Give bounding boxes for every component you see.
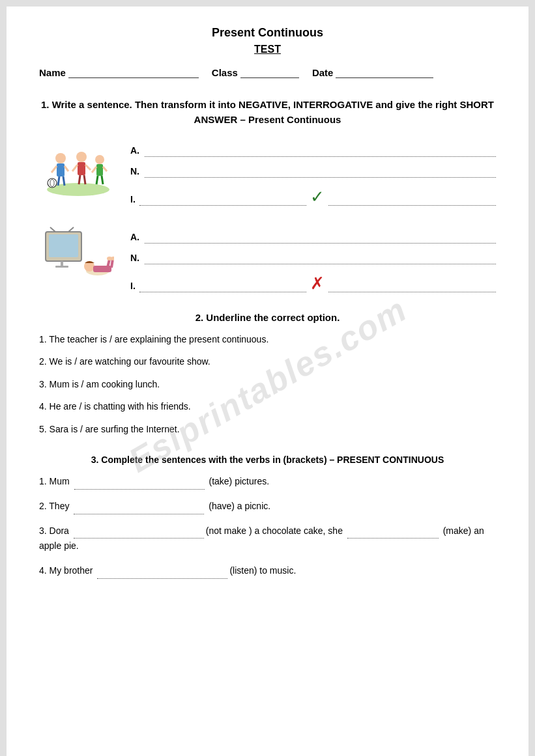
fill-item-1: 1. Mum (take) pictures.: [39, 474, 496, 490]
svg-rect-26: [55, 266, 68, 268]
svg-line-9: [72, 165, 78, 171]
underline-word: Underline: [206, 312, 251, 323]
ex2-line-i: I. ✗: [130, 273, 496, 292]
svg-line-30: [111, 259, 113, 268]
underline-item-4: 4. He are / is chatting with his friends…: [39, 399, 496, 413]
svg-point-33: [107, 257, 112, 260]
ex2-line-a: A.: [130, 232, 496, 244]
ex1-line-a: A.: [130, 145, 496, 157]
name-line: [68, 77, 199, 78]
svg-point-7: [76, 152, 87, 162]
ex1-line-n: N.: [130, 166, 496, 178]
ex2-line-n: N.: [130, 253, 496, 264]
header-row: Name Class Date: [39, 67, 496, 78]
svg-line-16: [103, 167, 107, 171]
ex1-line-i: I. ✓: [130, 187, 496, 206]
svg-line-24: [68, 227, 74, 232]
page-title: Present Continuous: [39, 26, 496, 40]
svg-line-3: [51, 166, 57, 173]
class-label: Class: [212, 67, 238, 78]
svg-line-23: [50, 227, 55, 232]
svg-rect-14: [96, 164, 103, 176]
crossmark-icon: ✗: [310, 273, 325, 294]
soccer-illustration: [39, 139, 117, 197]
section-3-title: 3. Complete the sentences with the verbs…: [39, 455, 496, 465]
svg-line-12: [84, 175, 85, 184]
tv-illustration: [39, 225, 117, 284]
underline-item-5: 5. Sara is / are surfing the Internet.: [39, 422, 496, 436]
svg-line-4: [65, 166, 68, 171]
page-subtitle: TEST: [39, 44, 496, 55]
class-line: [240, 77, 299, 78]
svg-point-13: [95, 155, 104, 164]
svg-rect-2: [57, 163, 65, 176]
svg-line-11: [79, 175, 80, 184]
section-2: 2. Underline the correct option. 1. The …: [39, 312, 496, 436]
underline-item-1: 1. The teacher is / are explaining the p…: [39, 332, 496, 346]
section-3: 3. Complete the sentences with the verbs…: [39, 455, 496, 579]
name-label: Name: [39, 67, 66, 78]
fill-item-4: 4. My brother (listen) to music.: [39, 563, 496, 579]
date-label: Date: [312, 67, 334, 78]
svg-line-18: [102, 176, 103, 184]
underline-item-2: 2. We is / are watching our favourite sh…: [39, 354, 496, 369]
section-1: 1. Write a sentence. Then transform it i…: [39, 98, 496, 292]
section-1-title: 1. Write a sentence. Then transform it i…: [39, 98, 496, 127]
section-2-title: 2. Underline the correct option.: [39, 312, 496, 323]
svg-point-1: [55, 153, 66, 163]
svg-line-17: [96, 176, 98, 184]
page: Eslprintables.com Present Continuous TES…: [7, 7, 528, 756]
exercise-2: A. N. I. ✗: [39, 225, 496, 292]
date-line: [336, 77, 433, 78]
fill-item-3: 3. Dora (not make ) a chocolate cake, sh…: [39, 524, 496, 555]
underline-item-3: 3. Mum is / am cooking lunch.: [39, 377, 496, 391]
checkmark-icon: ✓: [310, 187, 325, 207]
svg-rect-8: [78, 162, 85, 175]
ex1-lines: A. N. I. ✓: [130, 139, 496, 206]
svg-line-5: [58, 176, 59, 186]
ex2-lines: A. N. I. ✗: [130, 225, 496, 292]
svg-line-10: [85, 165, 91, 170]
svg-rect-22: [49, 234, 78, 257]
svg-line-15: [92, 167, 96, 173]
svg-point-19: [48, 178, 57, 188]
svg-rect-25: [61, 261, 63, 266]
svg-line-6: [63, 176, 65, 186]
fill-item-2: 2. They (have) a picnic.: [39, 499, 496, 514]
exercise-1: A. N. I. ✓: [39, 139, 496, 206]
